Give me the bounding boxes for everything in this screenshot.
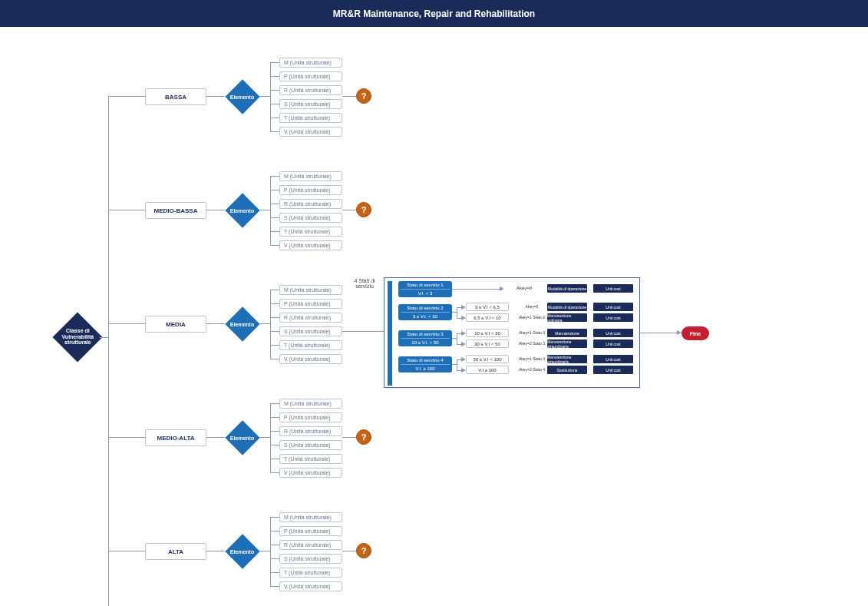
connector (259, 323, 270, 324)
condition-box: 3 ≤ V.I < 6,5 (466, 303, 509, 311)
unit-box: V (Unità strutturale) (279, 468, 342, 478)
connector (99, 337, 108, 338)
cost-cell: Unit cost (593, 329, 633, 337)
elemento-diamond: Elemento (225, 193, 259, 227)
connector (270, 62, 279, 63)
question-badge: ? (356, 429, 371, 445)
condition-box: 30 ≤ V.I < 50 (466, 339, 509, 348)
unit-box: M (Unità strutturale) (279, 399, 342, 409)
elemento-diamond: Elemento (225, 306, 259, 341)
connector (270, 403, 279, 404)
unit-box: R (Unità strutturale) (279, 426, 342, 436)
action-cell: Sostituzione (547, 366, 587, 374)
panel-side-label: 4 Stati di servizio (349, 278, 380, 289)
fine-terminator: Fine (682, 326, 709, 340)
class-box-media: MEDIA (145, 316, 206, 333)
connector (270, 558, 279, 559)
unit-box: M (Unità strutturale) (279, 285, 342, 295)
question-badge: ? (356, 543, 371, 558)
connector (270, 303, 279, 304)
connector (270, 118, 279, 118)
connector (342, 210, 356, 210)
unit-box: R (Unità strutturale) (279, 199, 342, 209)
connector (270, 290, 279, 290)
cost-cell: Unit cost (593, 339, 633, 348)
connector (342, 551, 356, 551)
connector (108, 96, 109, 606)
connector (270, 204, 279, 204)
unit-box: S (Unità strutturale) (279, 99, 342, 109)
elemento-diamond: Elemento (225, 534, 259, 568)
connector (206, 551, 225, 551)
unit-box: P (Unità strutturale) (279, 412, 342, 422)
class-box-alta: ALTA (145, 543, 206, 560)
connector (270, 76, 279, 77)
unit-box: R (Unità strutturale) (279, 85, 342, 95)
unit-box: P (Unità strutturale) (279, 526, 342, 536)
page-title: MR&R Maintenance, Repair and Rehabilitat… (333, 8, 535, 19)
unit-box: V (Unità strutturale) (279, 354, 342, 364)
akey-text: Akey=1 Stato 3 (512, 330, 552, 335)
service-state-2: Stato di servizio 2 3 ≤ V.I. < 10 (398, 304, 452, 320)
unit-box: T (Unità strutturale) (279, 227, 342, 237)
connector (206, 210, 225, 210)
condition-box: 10 ≤ V.I < 30 (466, 329, 509, 337)
connector (270, 190, 279, 190)
connector (270, 345, 279, 346)
cost-cell: Unit cost (593, 313, 633, 322)
connector (640, 333, 677, 333)
action-cell: Modalità di riparazione (547, 303, 587, 311)
class-box-bassa: BASSA (145, 88, 206, 105)
unit-box: S (Unità strutturale) (279, 554, 342, 564)
elemento-diamond: Elemento (225, 79, 259, 114)
service-state-1: Stato di servizio 1 V.I. < 3 (398, 281, 452, 297)
cost-cell: Unit cost (593, 303, 633, 311)
connector (342, 437, 356, 438)
unit-box: T (Unità strutturale) (279, 568, 342, 578)
connector (452, 289, 500, 290)
akey-text: Akey=2 Stato 4 (512, 367, 552, 372)
action-cell: Modalità di riparazione (547, 284, 587, 293)
connector (270, 317, 279, 318)
page-header: MR&R Maintenance, Repair and Rehabilitat… (0, 0, 868, 27)
class-box-medio-alta: MEDIO-ALTA (145, 429, 206, 446)
unit-box: S (Unità strutturale) (279, 326, 342, 336)
unit-box: V (Unità strutturale) (279, 581, 342, 591)
unit-box: M (Unità strutturale) (279, 58, 342, 68)
connector (270, 359, 279, 359)
connector (270, 245, 279, 246)
elemento-diamond: Elemento (225, 420, 259, 455)
cost-cell: Unit cost (593, 366, 633, 374)
connector (270, 231, 279, 232)
connector (270, 62, 271, 131)
unit-box: M (Unità strutturale) (279, 512, 342, 522)
connector (259, 96, 270, 97)
class-box-medio-bassa: MEDIO-BASSA (145, 202, 206, 219)
action-cell: Manutenzione (547, 329, 587, 337)
connector (457, 333, 457, 344)
question-badge: ? (356, 202, 371, 217)
root-decision-diamond: Classe di Vulnerabilità strutturale (52, 312, 102, 362)
unit-box: T (Unità strutturale) (279, 113, 342, 123)
connector (108, 96, 145, 97)
unit-box: R (Unità strutturale) (279, 540, 342, 550)
akey-text: Akey=2 Stato 3 (512, 341, 552, 346)
unit-box: S (Unità strutturale) (279, 213, 342, 223)
condition-box: V.I ≥ 100 (466, 366, 509, 374)
connector (270, 176, 271, 245)
akey-text: Akey=1 Stato 2 (512, 315, 552, 320)
connector (259, 551, 270, 551)
action-cell: Manutenzione straordinaria (547, 355, 587, 363)
unit-box: V (Unità strutturale) (279, 127, 342, 137)
unit-box: P (Unità strutturale) (279, 299, 342, 309)
connector (270, 459, 279, 459)
question-badge: ? (356, 88, 371, 104)
connector (270, 445, 279, 445)
connector (342, 96, 356, 97)
connector (270, 90, 279, 91)
connector (270, 517, 279, 518)
service-state-4: Stato di servizio 4 V.I. ≥ 100 (398, 356, 452, 373)
root-decision-label: Classe di Vulnerabilità strutturale (60, 328, 95, 346)
connector (270, 586, 279, 587)
service-state-3: Stato di servizio 3 10 ≤ V.I. < 50 (398, 330, 452, 346)
